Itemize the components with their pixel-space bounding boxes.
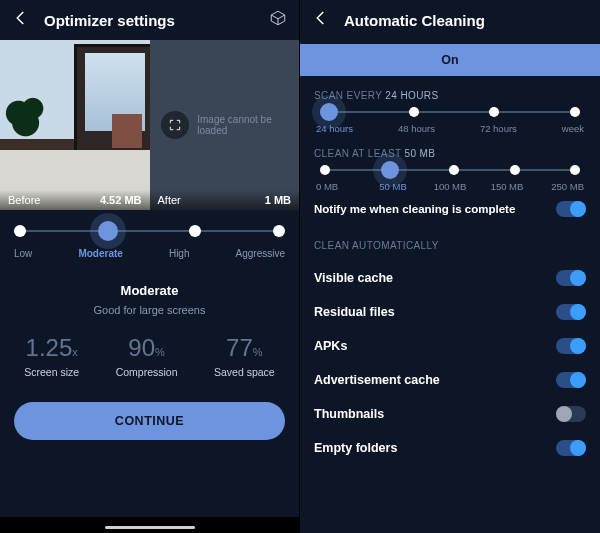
option-row[interactable]: Thumbnails	[300, 397, 600, 431]
clean-stop[interactable]	[320, 165, 330, 175]
option-switch[interactable]	[556, 406, 586, 422]
quality-label-low: Low	[14, 248, 32, 259]
quality-stop-high[interactable]	[189, 225, 201, 237]
quality-label-aggressive: Aggressive	[236, 248, 285, 259]
quality-description: Moderate Good for large screens	[0, 283, 299, 316]
clean-stop[interactable]	[381, 161, 399, 179]
page-title: Optimizer settings	[44, 12, 175, 29]
right-header: Automatic Cleaning	[300, 0, 600, 40]
left-header: Optimizer settings	[0, 0, 299, 40]
after-size: 1 MB	[265, 194, 291, 206]
before-photo	[0, 40, 150, 210]
clean-stop[interactable]	[449, 165, 459, 175]
scan-interval-slider[interactable]	[320, 111, 580, 113]
quality-stop-low[interactable]	[14, 225, 26, 237]
option-row[interactable]: Empty folders	[300, 431, 600, 465]
quality-labels: LowModerateHighAggressive	[14, 248, 285, 259]
clean-threshold-slider[interactable]	[320, 169, 580, 171]
scan-every-title: SCAN EVERY 24 HOURS	[314, 90, 586, 101]
optimizer-settings-screen: Optimizer settings Before 4.52 MB	[0, 0, 300, 533]
before-after-row: Before 4.52 MB Image cannot be loaded Af…	[0, 40, 299, 210]
home-indicator[interactable]	[105, 526, 195, 529]
clean-threshold-labels: 0 MB50 MB100 MB150 MB250 MB	[316, 181, 584, 192]
scan-stop[interactable]	[489, 107, 499, 117]
page-title: Automatic Cleaning	[344, 12, 485, 29]
option-label: Visible cache	[314, 271, 393, 285]
option-switch[interactable]	[556, 270, 586, 286]
option-switch[interactable]	[556, 304, 586, 320]
quality-slider[interactable]	[14, 230, 285, 232]
clean-at-least-title: CLEAN AT LEAST 50 MB	[314, 148, 586, 159]
quality-label-high: High	[169, 248, 190, 259]
option-label: Advertisement cache	[314, 373, 440, 387]
option-row[interactable]: Visible cache	[300, 261, 600, 295]
option-row[interactable]: Residual files	[300, 295, 600, 329]
stat-screen-size: 1.25x Screen size	[24, 334, 79, 378]
option-row[interactable]: Advertisement cache	[300, 363, 600, 397]
after-label: After	[158, 194, 181, 206]
quality-stop-moderate[interactable]	[98, 221, 118, 241]
clean-label: 250 MB	[544, 181, 584, 192]
after-preview[interactable]: Image cannot be loaded After 1 MB	[150, 40, 300, 210]
before-size: 4.52 MB	[100, 194, 142, 206]
scan-interval-labels: 24 hours48 hours72 hoursweek	[316, 123, 584, 134]
option-label: Residual files	[314, 305, 395, 319]
automatic-cleaning-screen: Automatic Cleaning On SCAN EVERY 24 HOUR…	[300, 0, 600, 533]
clean-auto-title: CLEAN AUTOMATICALLY	[314, 240, 586, 251]
notify-switch[interactable]	[556, 201, 586, 217]
quality-desc-sub: Good for large screens	[0, 304, 299, 316]
scan-label: 24 hours	[316, 123, 353, 134]
clean-label: 100 MB	[430, 181, 470, 192]
clean-label: 150 MB	[487, 181, 527, 192]
back-icon[interactable]	[12, 9, 30, 31]
option-switch[interactable]	[556, 338, 586, 354]
image-error-text: Image cannot be loaded	[197, 114, 287, 136]
before-preview[interactable]: Before 4.52 MB	[0, 40, 150, 210]
cube-icon[interactable]	[269, 9, 287, 31]
continue-button[interactable]: CONTINUE	[14, 402, 285, 440]
nav-bar	[0, 517, 299, 533]
auto-cleaning-toggle-bar[interactable]: On	[300, 44, 600, 76]
option-row[interactable]: APKs	[300, 329, 600, 363]
option-label: Empty folders	[314, 441, 397, 455]
stat-saved-space: 77% Saved space	[214, 334, 275, 378]
quality-label-moderate: Moderate	[78, 248, 122, 259]
expand-icon[interactable]	[161, 111, 189, 139]
scan-stop[interactable]	[320, 103, 338, 121]
scan-stop[interactable]	[570, 107, 580, 117]
option-switch[interactable]	[556, 440, 586, 456]
notify-label: Notify me when cleaning is complete	[314, 203, 515, 215]
clean-stop[interactable]	[570, 165, 580, 175]
back-icon[interactable]	[312, 9, 330, 31]
scan-label: 48 hours	[398, 123, 435, 134]
scan-stop[interactable]	[409, 107, 419, 117]
clean-label: 0 MB	[316, 181, 356, 192]
option-switch[interactable]	[556, 372, 586, 388]
clean-stop[interactable]	[510, 165, 520, 175]
before-label: Before	[8, 194, 40, 206]
notify-row[interactable]: Notify me when cleaning is complete	[300, 192, 600, 226]
clean-label: 50 MB	[373, 181, 413, 192]
quality-desc-title: Moderate	[0, 283, 299, 298]
on-label: On	[441, 53, 458, 67]
option-label: APKs	[314, 339, 347, 353]
scan-label: week	[562, 123, 584, 134]
stat-compression: 90% Compression	[116, 334, 178, 378]
stats-row: 1.25x Screen size 90% Compression 77% Sa…	[0, 334, 299, 378]
scan-label: 72 hours	[480, 123, 517, 134]
quality-stop-aggressive[interactable]	[273, 225, 285, 237]
option-label: Thumbnails	[314, 407, 384, 421]
